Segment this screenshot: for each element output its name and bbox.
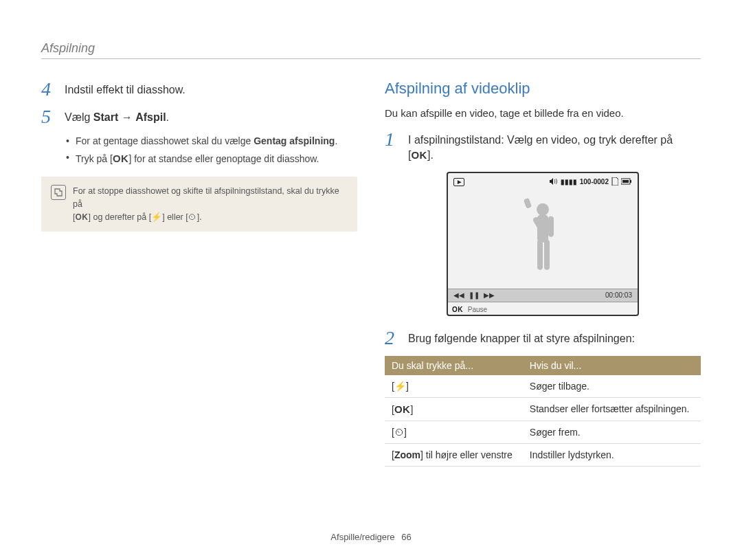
key-cell: [Zoom] til højre eller venstre xyxy=(385,443,523,466)
table-row: [Zoom] til højre eller venstre Indstille… xyxy=(385,443,701,466)
heading-video: Afspilning af videoklip xyxy=(385,80,701,98)
step1-text-b: ]. xyxy=(427,149,434,161)
page-footer: Afspille/redigere 66 xyxy=(0,532,742,542)
desc-cell: Standser eller fortsætter afspilningen. xyxy=(523,397,701,421)
section-header: Afspilning xyxy=(41,41,701,59)
key-cell: [⏲] xyxy=(385,421,523,443)
svg-point-3 xyxy=(537,203,549,216)
bullet-suffix: . xyxy=(335,135,337,146)
note-text: For at stoppe diasshowet og skifte til a… xyxy=(73,185,348,223)
desc-cell: Søger tilbage. xyxy=(523,375,701,398)
right-column: Afspilning af videoklip Du kan afspille … xyxy=(385,80,701,467)
note-text-b: ] og derefter på [ xyxy=(88,212,151,222)
step-number: 2 xyxy=(385,328,404,348)
svg-rect-1 xyxy=(630,180,631,183)
note-text-d: ]. xyxy=(197,212,202,222)
pause-label: Pause xyxy=(468,306,487,313)
table-row: [OK] Standser eller fortsætter afspilnin… xyxy=(385,397,701,421)
intro-paragraph: Du kan afspille en video, tage et billed… xyxy=(385,106,701,120)
zoom-bold: Zoom xyxy=(394,449,420,460)
bullet-prefix: For at gentage diasshowet skal du vælge xyxy=(76,135,254,146)
step-text: Vælg Start → Afspil. xyxy=(65,107,169,125)
note-line1: For at stoppe diasshowet og skifte til a… xyxy=(73,186,339,209)
table-header-key: Du skal trykke på... xyxy=(385,356,523,375)
controls-table: Du skal trykke på... Hvis du vil... [⚡] … xyxy=(385,356,701,467)
bold-start: Start xyxy=(93,111,118,123)
screen-bottom-label: OK Pause xyxy=(452,306,487,313)
lightning-icon: ⚡ xyxy=(394,381,406,392)
key-text-rest: ] til højre eller venstre xyxy=(420,449,513,460)
screen-control-bar: ◀◀ ❚❚ ▶▶ 00:00:03 xyxy=(448,289,638,302)
step-2: 2 Brug følgende knapper til at styre afs… xyxy=(385,328,701,348)
key-cell: [OK] xyxy=(385,397,523,421)
bullet-prefix: Tryk på [ xyxy=(76,153,113,164)
lightning-icon: ⚡ xyxy=(151,212,162,222)
elapsed-time: 00:00:03 xyxy=(605,291,632,299)
left-column: 4 Indstil effekt til diasshow. 5 Vælg St… xyxy=(41,80,357,467)
bullet-2: Tryk på [OK] for at standse eller genopt… xyxy=(66,151,357,166)
ok-icon: OK xyxy=(75,212,88,222)
key-cell: [⚡] xyxy=(385,375,523,398)
desc-cell: Indstiller lydstyrken. xyxy=(523,443,701,466)
step-text: Brug følgende knapper til at styre afspi… xyxy=(408,328,635,346)
pause-icon: ❚❚ xyxy=(469,291,480,299)
step-text: I afspilningstilstand: Vælg en video, og… xyxy=(408,130,701,164)
svg-rect-7 xyxy=(537,240,543,270)
ok-icon: OK xyxy=(452,306,463,313)
step-4: 4 Indstil effekt til diasshow. xyxy=(41,80,357,99)
page-number: 66 xyxy=(401,532,411,542)
note-text-c: ] eller [ xyxy=(162,212,188,222)
arrow: → xyxy=(118,111,135,123)
bold-afspil: Afspil xyxy=(135,111,166,123)
play-indicator-icon: ▶ xyxy=(453,178,464,186)
ok-icon: OK xyxy=(113,153,129,164)
step-5: 5 Vælg Start → Afspil. xyxy=(41,107,357,126)
text-suffix: . xyxy=(166,111,169,123)
note-icon xyxy=(51,185,66,200)
battery-icon xyxy=(621,178,632,186)
rewind-icon: ◀◀ xyxy=(453,291,464,299)
file-number: 100-0002 xyxy=(580,178,609,186)
step1-text-a: I afspilningstilstand: Vælg en video, og… xyxy=(408,134,673,161)
signal-bars-icon: ▮▮▮▮ xyxy=(561,178,577,186)
bullet-bold: Gentag afspilning xyxy=(254,135,335,146)
bullet-1: For at gentage diasshowet skal du vælge … xyxy=(66,135,357,148)
sub-bullets: For at gentage diasshowet skal du vælge … xyxy=(66,135,357,166)
timer-icon: ⏲ xyxy=(188,212,197,222)
svg-rect-6 xyxy=(548,216,554,237)
step-number: 5 xyxy=(41,107,60,126)
bullet-suffix: ] for at standse eller genoptage dit dia… xyxy=(128,153,319,164)
desc-cell: Søger frem. xyxy=(523,421,701,443)
table-header-desc: Hvis du vil... xyxy=(523,356,701,375)
svg-rect-2 xyxy=(622,180,629,183)
step-1: 1 I afspilningstilstand: Vælg en video, … xyxy=(385,130,701,164)
screen-top-bar: ▶ ▮▮▮▮ 100-0002 xyxy=(453,177,632,187)
step-number: 4 xyxy=(41,80,60,99)
memory-card-icon xyxy=(611,177,618,187)
footer-text: Afspille/redigere xyxy=(330,532,394,542)
svg-rect-8 xyxy=(544,240,550,270)
svg-rect-9 xyxy=(524,198,532,209)
speaker-icon xyxy=(550,178,558,186)
note-box: For at stoppe diasshowet og skifte til a… xyxy=(41,177,357,232)
timer-icon: ⏲ xyxy=(394,427,404,438)
text-prefix: Vælg xyxy=(65,111,93,123)
ok-icon: OK xyxy=(394,403,411,415)
step-text: Indstil effekt til diasshow. xyxy=(65,80,186,98)
ok-icon: OK xyxy=(411,149,427,161)
forward-icon: ▶▶ xyxy=(484,291,495,299)
step-number: 1 xyxy=(385,130,404,149)
table-row: [⏲] Søger frem. xyxy=(385,421,701,443)
video-screen-illustration: ▶ ▮▮▮▮ 100-0002 xyxy=(447,172,639,316)
content-columns: 4 Indstil effekt til diasshow. 5 Vælg St… xyxy=(41,80,701,467)
table-row: [⚡] Søger tilbage. xyxy=(385,375,701,398)
person-silhouette xyxy=(515,197,570,282)
